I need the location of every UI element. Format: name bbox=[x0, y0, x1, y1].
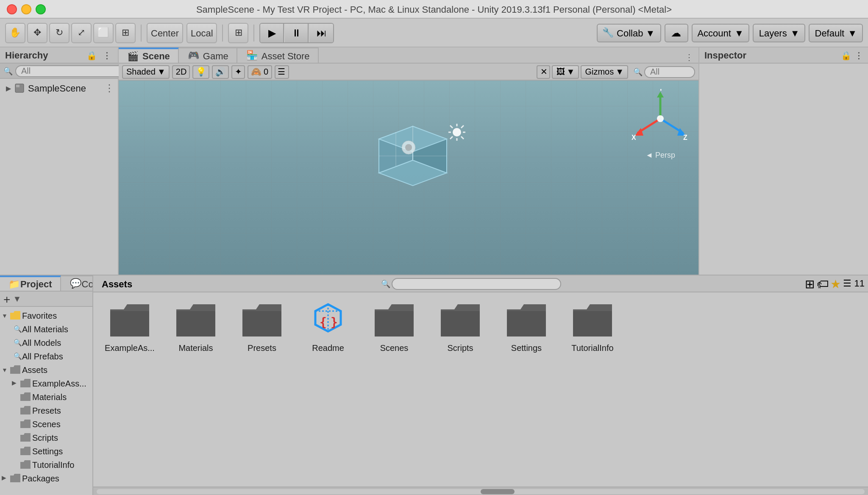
asset-tutorial-info[interactable]: TutorialInfo bbox=[563, 299, 622, 353]
hierarchy-header: Hierarchy 🔒 ⋮ bbox=[0, 47, 118, 64]
layers-dropdown[interactable]: Layers ▼ bbox=[753, 23, 806, 42]
filter-btn[interactable]: 🏷 bbox=[817, 277, 829, 290]
hierarchy-lock-btn[interactable]: 🔒 bbox=[86, 49, 97, 61]
asset-materials[interactable]: Materials bbox=[166, 299, 225, 353]
tab-console[interactable]: 💬 Console bbox=[61, 275, 93, 291]
assets-search-input[interactable] bbox=[392, 278, 562, 289]
view-mode-btn[interactable]: ⊞ bbox=[805, 277, 815, 290]
step-button[interactable]: ⏭ bbox=[310, 23, 334, 42]
pause-button[interactable]: ⏸ bbox=[285, 23, 309, 42]
scene-tab-label: Scene bbox=[142, 51, 170, 61]
scene-gizmo[interactable]: Y X Z ◄ Persp bbox=[631, 89, 690, 148]
assets-scrollbar[interactable] bbox=[93, 487, 868, 495]
tree-all-materials[interactable]: 🔍 All Materials bbox=[0, 322, 92, 336]
asset-scenes[interactable]: Scenes bbox=[364, 299, 424, 353]
tab-game[interactable]: 🎮 Game bbox=[179, 47, 238, 63]
tree-scenes[interactable]: Scenes bbox=[0, 417, 92, 431]
scale-tool[interactable]: ⤢ bbox=[71, 22, 92, 43]
hand-tool[interactable]: ✋ bbox=[5, 22, 25, 43]
scene-view[interactable]: Y X Z ◄ Persp bbox=[119, 81, 698, 275]
tree-assets-header[interactable]: ▼ Assets bbox=[0, 363, 92, 376]
shading-dropdown[interactable]: Shaded ▼ bbox=[122, 65, 170, 78]
scene-close-btn[interactable]: ✕ bbox=[537, 65, 551, 78]
tree-packages-header[interactable]: ▶ Packages bbox=[0, 471, 92, 485]
expand-toggle[interactable]: ▼ bbox=[13, 294, 21, 303]
effects-btn[interactable]: ✦ bbox=[231, 65, 245, 78]
svg-point-12 bbox=[453, 128, 462, 136]
favorites-arrow: ▼ bbox=[2, 312, 10, 318]
svg-point-11 bbox=[406, 144, 412, 151]
assets-arrow: ▼ bbox=[2, 367, 10, 373]
collab-button[interactable]: 🔧 Collab ▼ bbox=[596, 23, 661, 42]
tree-example-assets[interactable]: ▶ ExampleAss... bbox=[0, 376, 92, 390]
svg-text:X: X bbox=[632, 134, 636, 141]
account-label: Account bbox=[697, 28, 731, 38]
favorites-btn[interactable]: ★ bbox=[830, 277, 841, 290]
tab-project[interactable]: 📁 Project bbox=[0, 275, 61, 291]
snap-settings-btn[interactable]: ⊞ bbox=[228, 22, 249, 43]
tree-all-prefabs[interactable]: 🔍 All Prefabs bbox=[0, 349, 92, 363]
asset-scripts[interactable]: Scripts bbox=[431, 299, 490, 353]
2d-btn[interactable]: 2D bbox=[172, 65, 190, 78]
title-bar: SampleScene - My Test VR Project - PC, M… bbox=[0, 0, 868, 19]
hidden-count-btn[interactable]: 🙈 0 bbox=[248, 65, 272, 78]
tree-presets[interactable]: Presets bbox=[0, 403, 92, 417]
account-dropdown[interactable]: Account ▼ bbox=[691, 23, 749, 42]
rect-tool[interactable]: ⬜ bbox=[93, 22, 114, 43]
rotate-tool[interactable]: ↻ bbox=[49, 22, 70, 43]
readme-asset-label: Readme bbox=[312, 343, 344, 353]
multi-tool[interactable]: ⊞ bbox=[115, 22, 136, 43]
tree-scripts[interactable]: Scripts bbox=[0, 431, 92, 444]
scene-item-options[interactable]: ⋮ bbox=[104, 82, 114, 94]
hierarchy-search-input[interactable] bbox=[15, 65, 135, 77]
inspector-options-icon[interactable]: ⋮ bbox=[854, 50, 863, 60]
default-dropdown[interactable]: Default ▼ bbox=[809, 23, 863, 42]
asset-tutorial-icon bbox=[568, 299, 617, 342]
svg-line-17 bbox=[451, 125, 453, 128]
play-button[interactable]: ▶ bbox=[261, 23, 284, 42]
audio-btn[interactable]: 🔊 bbox=[212, 65, 229, 78]
render-mode-dropdown[interactable]: 🖼 ▼ bbox=[552, 65, 579, 78]
svg-text:}: } bbox=[331, 315, 338, 329]
tree-settings[interactable]: Settings bbox=[0, 444, 92, 458]
asset-presets[interactable]: Presets bbox=[232, 299, 292, 353]
tree-tutorial-info[interactable]: TutorialInfo bbox=[0, 458, 92, 471]
tree-all-models[interactable]: 🔍 All Models bbox=[0, 336, 92, 349]
tab-asset-store[interactable]: 🏪 Asset Store bbox=[238, 47, 319, 63]
scene-search-icon: 🔍 bbox=[633, 67, 643, 76]
asset-example-assets[interactable]: ExampleAs... bbox=[100, 299, 159, 353]
asset-readme[interactable]: { } Readme bbox=[298, 299, 358, 353]
add-button[interactable]: + bbox=[3, 292, 10, 306]
misc-btn[interactable]: ☰ bbox=[274, 65, 289, 78]
game-tab-label: Game bbox=[203, 50, 228, 61]
favorites-label: Favorites bbox=[22, 311, 57, 320]
main-area: Hierarchy 🔒 ⋮ 🔍 ▶ bbox=[0, 47, 868, 495]
gizmos-dropdown[interactable]: Gizmos ▼ bbox=[581, 65, 628, 78]
hierarchy-scene-item[interactable]: ▶ SampleScene ⋮ bbox=[0, 81, 118, 96]
game-tab-icon: 🎮 bbox=[188, 50, 200, 61]
tab-scene[interactable]: 🎬 Scene bbox=[119, 47, 179, 63]
tree-materials[interactable]: Materials bbox=[0, 390, 92, 403]
scenes-folder-icon bbox=[20, 420, 31, 428]
scene-search-input[interactable] bbox=[644, 66, 695, 78]
center-pivot-btn[interactable]: Center bbox=[147, 22, 183, 43]
cloud-button[interactable]: ☁ bbox=[664, 23, 688, 42]
assets-toolbar: Assets 🔍 ⊞ 🏷 ★ ☰ 11 bbox=[93, 275, 868, 292]
account-chevron-icon: ▼ bbox=[734, 28, 744, 38]
tree-favorites-header[interactable]: ▼ Favorites bbox=[0, 309, 92, 322]
close-button[interactable] bbox=[7, 4, 17, 14]
asset-presets-icon bbox=[237, 299, 287, 342]
asset-settings[interactable]: Settings bbox=[497, 299, 556, 353]
move-tool[interactable]: ✥ bbox=[27, 22, 47, 43]
inspector-lock-icon[interactable]: 🔒 bbox=[841, 50, 851, 60]
local-pivot-btn[interactable]: Local bbox=[186, 22, 217, 43]
maximize-button[interactable] bbox=[36, 4, 46, 14]
lighting-btn[interactable]: 💡 bbox=[192, 65, 209, 78]
cloud-icon: ☁ bbox=[671, 27, 681, 39]
presets-folder-icon bbox=[20, 406, 31, 414]
render-mode-chevron-icon: ▼ bbox=[567, 67, 575, 76]
minimize-button[interactable] bbox=[21, 4, 31, 14]
scrollbar-thumb[interactable] bbox=[481, 489, 515, 494]
hierarchy-options-btn[interactable]: ⋮ bbox=[101, 49, 113, 61]
tab-options-btn[interactable]: ⋮ bbox=[683, 51, 695, 63]
